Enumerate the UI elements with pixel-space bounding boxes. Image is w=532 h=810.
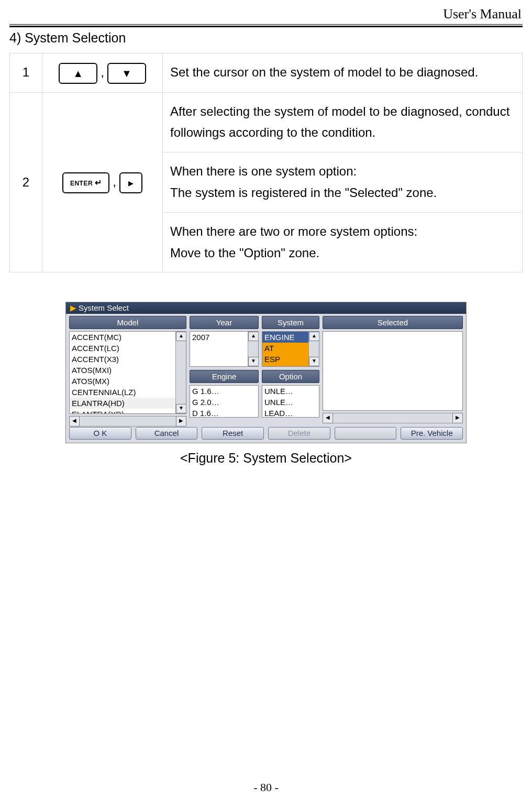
selected-header: Selected xyxy=(323,316,463,329)
vertical-scrollbar[interactable]: ▲ ▼ xyxy=(308,332,319,366)
selected-column: Selected ◀ ▶ xyxy=(323,316,463,423)
cancel-button[interactable]: Cancel xyxy=(136,427,198,440)
header-rule-2 xyxy=(9,26,523,27)
scroll-right-icon[interactable]: ▶ xyxy=(176,416,186,426)
selected-listbox[interactable] xyxy=(323,331,463,411)
header-rule-1 xyxy=(9,24,523,25)
model-column: Model ACCENT(MC) ACCENT(LC) ACCENT(X3) A… xyxy=(69,316,186,426)
list-item[interactable]: ELANTRA(XD) xyxy=(70,409,186,414)
row-2-c-line1: When there are two or more system option… xyxy=(170,221,515,243)
list-item[interactable]: ACCENT(X3) xyxy=(70,354,186,365)
page-number: - 80 - xyxy=(0,781,532,794)
row-1-keys: ▲,▼ xyxy=(42,53,163,93)
delete-button[interactable]: Delete xyxy=(268,427,330,440)
right-arrow-key-icon: ▸ xyxy=(119,172,142,193)
reset-button[interactable]: Reset xyxy=(202,427,264,440)
list-item[interactable]: CENTENNIAL(LZ) xyxy=(70,387,186,398)
list-item[interactable]: G 1.6… xyxy=(190,386,258,397)
horizontal-scrollbar[interactable]: ◀ ▶ xyxy=(69,416,186,426)
ok-button[interactable]: O K xyxy=(69,427,131,440)
pre-vehicle-button[interactable]: Pre. Vehicle xyxy=(401,427,463,440)
engine-column: Engine G 1.6… G 2.0… D 1.6… xyxy=(190,370,259,418)
list-item[interactable]: ACCENT(MC) xyxy=(70,332,186,343)
system-select-screenshot: ▶System Select Model ACCENT(MC) ACCENT(L… xyxy=(65,302,467,443)
system-column: System ENGINE AT ESP AIRBAG ▲ ▼ xyxy=(262,316,319,367)
option-column: Option UNLE… UNLE… LEAD… xyxy=(262,370,319,418)
comma-separator: , xyxy=(101,65,104,79)
scroll-down-icon[interactable]: ▼ xyxy=(248,357,259,366)
row-2-b-line1: When there is one system option: xyxy=(170,161,515,182)
scroll-up-icon[interactable]: ▲ xyxy=(176,332,186,341)
model-header: Model xyxy=(69,316,186,329)
row-2-keys: ENTER ↵,▸ xyxy=(42,92,163,272)
year-header: Year xyxy=(190,316,259,329)
list-item[interactable]: G 2.0… xyxy=(190,397,258,408)
system-header: System xyxy=(262,316,319,329)
instructions-table: 1 ▲,▼ Set the cursor on the system of mo… xyxy=(9,53,523,272)
row-1-description: Set the cursor on the system of model to… xyxy=(163,53,523,93)
model-listbox[interactable]: ACCENT(MC) ACCENT(LC) ACCENT(X3) ATOS(MX… xyxy=(69,331,186,414)
row-2-c-line2: Move to the "Option" zone. xyxy=(170,243,515,264)
vertical-scrollbar[interactable]: ▲ ▼ xyxy=(175,332,186,413)
figure-caption: <Figure 5: System Selection> xyxy=(9,451,523,466)
vertical-scrollbar[interactable]: ▲ ▼ xyxy=(248,332,258,366)
row-2-b-line2: The system is registered in the "Selecte… xyxy=(170,182,515,204)
list-item[interactable]: ATOS(MXI) xyxy=(70,365,186,376)
page-header: User's Manual xyxy=(9,6,523,24)
row-2-description-c: When there are two or more system option… xyxy=(163,212,523,272)
system-listbox[interactable]: ENGINE AT ESP AIRBAG ▲ ▼ xyxy=(262,331,319,367)
list-item[interactable]: ATOS(MX) xyxy=(70,376,186,387)
scroll-down-icon[interactable]: ▼ xyxy=(309,357,319,366)
scroll-track[interactable] xyxy=(80,416,176,426)
list-item[interactable]: ACCENT(LC) xyxy=(70,343,186,354)
scroll-up-icon[interactable]: ▲ xyxy=(248,332,259,341)
middle-columns: Year 2007 ▲ ▼ System xyxy=(190,316,319,418)
row-2-number: 2 xyxy=(10,92,42,272)
engine-listbox[interactable]: G 1.6… G 2.0… D 1.6… xyxy=(190,385,259,418)
list-item-selected[interactable]: ELANTRA(HD) xyxy=(70,398,186,409)
scroll-up-icon[interactable]: ▲ xyxy=(309,332,319,341)
engine-header: Engine xyxy=(190,370,259,383)
list-item[interactable]: UNLE… xyxy=(262,397,319,408)
horizontal-scrollbar[interactable]: ◀ ▶ xyxy=(323,413,463,423)
scroll-left-icon[interactable]: ◀ xyxy=(69,416,80,426)
screenshot-button-bar: O K Cancel Reset Delete Pre. Vehicle xyxy=(66,425,466,443)
row-2-description-a: After selecting the system of model to b… xyxy=(163,92,523,152)
list-item[interactable]: D 1.6… xyxy=(190,408,258,418)
titlebar-text: System Select xyxy=(79,303,129,312)
section-title: 4) System Selection xyxy=(9,30,523,46)
option-header: Option xyxy=(262,370,319,383)
screenshot-titlebar: ▶System Select xyxy=(66,302,466,314)
scroll-left-icon[interactable]: ◀ xyxy=(323,413,333,423)
list-item[interactable]: LEAD… xyxy=(262,408,319,418)
titlebar-triangle-icon: ▶ xyxy=(70,303,76,312)
down-arrow-key-icon: ▼ xyxy=(107,63,146,84)
scroll-right-icon[interactable]: ▶ xyxy=(452,413,463,423)
year-listbox[interactable]: 2007 ▲ ▼ xyxy=(190,331,259,367)
scroll-down-icon[interactable]: ▼ xyxy=(176,404,186,413)
list-item[interactable]: UNLE… xyxy=(262,386,319,397)
comma-separator: , xyxy=(113,174,116,189)
scroll-track[interactable] xyxy=(333,413,452,423)
enter-key-icon: ENTER ↵ xyxy=(62,172,109,193)
option-listbox[interactable]: UNLE… UNLE… LEAD… xyxy=(262,385,319,418)
blank-button xyxy=(335,427,397,440)
year-column: Year 2007 ▲ ▼ xyxy=(190,316,259,367)
up-arrow-key-icon: ▲ xyxy=(59,63,97,84)
row-1-number: 1 xyxy=(10,53,42,93)
row-2-description-b: When there is one system option: The sys… xyxy=(163,152,523,213)
